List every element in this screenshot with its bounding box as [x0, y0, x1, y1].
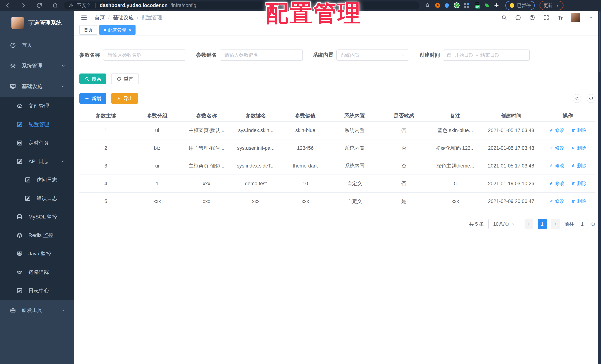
sidebar-item-api-log[interactable]: API 日志	[0, 152, 74, 171]
breadcrumb-infra[interactable]: 基础设施	[113, 14, 134, 21]
sidebar-item-file-manage[interactable]: 文件管理	[0, 97, 74, 115]
edit-link[interactable]: 修改	[549, 127, 564, 133]
table-cell: 3	[80, 157, 132, 175]
goto-page: 前往 页	[564, 219, 595, 229]
sidebar-item-java-monitor[interactable]: Java 监控	[0, 244, 74, 263]
browser-nav	[4, 2, 58, 9]
not-secure-icon	[69, 3, 74, 8]
browser-menu-icon[interactable]	[555, 3, 560, 8]
page-content: 参数名称 参数键名 系统内置 系统内置 创建时间	[74, 50, 601, 229]
extension-v-icon[interactable]: V	[454, 2, 460, 8]
sidebar-item-log-center[interactable]: 日志中心	[0, 282, 74, 300]
user-avatar[interactable]	[571, 13, 580, 22]
search-icon	[575, 96, 579, 101]
log-icon	[16, 158, 23, 165]
export-button[interactable]: 导出	[111, 93, 138, 104]
font-size-icon[interactable]	[557, 14, 563, 21]
tab-config-manage[interactable]: 配置管理 ×	[99, 25, 136, 35]
builtin-select[interactable]: 系统内置	[336, 50, 409, 61]
back-icon[interactable]	[4, 2, 11, 9]
delete-link[interactable]: 删除	[571, 198, 587, 204]
page-unit-label: 页	[591, 221, 595, 227]
github-icon[interactable]	[515, 14, 521, 21]
sidebar-item-config-manage[interactable]: 配置管理	[0, 115, 74, 134]
help-icon[interactable]	[529, 14, 535, 21]
table-cell-actions: 修改 删除	[540, 192, 595, 210]
delete-link[interactable]: 删除	[571, 127, 587, 133]
table-cell: 否	[379, 175, 428, 192]
download-icon	[116, 96, 121, 101]
page-scrollbar[interactable]	[598, 11, 601, 364]
sidebar-item-system[interactable]: 系统管理	[0, 55, 74, 76]
java-icon	[16, 250, 23, 257]
pencil-icon	[549, 146, 553, 150]
search-button[interactable]: 搜索	[80, 73, 106, 84]
search-icon[interactable]	[501, 14, 507, 21]
forward-icon[interactable]	[20, 2, 27, 9]
delete-link[interactable]: 删除	[571, 180, 587, 187]
delete-link[interactable]: 删除	[571, 162, 587, 169]
page-size-select[interactable]: 10条/页	[488, 219, 520, 229]
sidebar-item-dev-tools[interactable]: 研发工具	[0, 300, 74, 321]
edit-link[interactable]: 修改	[549, 145, 564, 151]
extension-leaf-icon[interactable]	[485, 3, 489, 7]
reload-icon[interactable]	[36, 2, 42, 9]
tab-home[interactable]: 首页	[80, 25, 97, 35]
delete-link[interactable]: 删除	[571, 145, 587, 151]
sidebar-item-home[interactable]: 首页	[0, 35, 74, 55]
extension-pin-icon[interactable]	[444, 2, 450, 8]
param-name-input[interactable]	[103, 50, 186, 61]
toggle-search-button[interactable]	[572, 94, 581, 103]
extension-on-icon[interactable]: on	[474, 2, 480, 9]
delete-label: 删除	[577, 198, 587, 204]
edit-link[interactable]: 修改	[549, 198, 564, 204]
eye-icon	[16, 269, 23, 275]
fullscreen-icon[interactable]	[543, 14, 549, 21]
extensions-puzzle-icon[interactable]	[493, 2, 500, 8]
address-bar[interactable]: 不安全 dashboard.yudao.iocoder.cn/infra/con…	[64, 1, 419, 9]
sidebar-item-redis-monitor[interactable]: Redis 监控	[0, 226, 74, 244]
edit-link[interactable]: 修改	[549, 162, 564, 169]
table-row: 1 ui 主框架页-默认... sys.index.skin... skin-b…	[80, 121, 595, 139]
close-icon[interactable]: ×	[129, 28, 131, 32]
chevron-right-icon	[553, 222, 558, 226]
delete-label: 删除	[577, 145, 587, 151]
date-range-picker[interactable]: 开始日期 - 结束日期	[443, 50, 530, 61]
chevron-down-icon	[401, 53, 405, 57]
extension-grid-icon[interactable]	[464, 3, 469, 8]
chevron-up-icon	[61, 159, 66, 164]
table-cell: 自定义	[330, 175, 379, 192]
add-button[interactable]: 新增	[80, 93, 106, 104]
sidebar-item-error-log[interactable]: 错误日志	[0, 189, 74, 208]
tab-label: 首页	[84, 27, 93, 33]
prev-page-button[interactable]	[525, 219, 533, 229]
param-key-input[interactable]	[220, 50, 303, 61]
sidebar-fold-icon[interactable]	[80, 14, 88, 21]
sidebar-item-mysql-monitor[interactable]: MySQL 监控	[0, 208, 74, 226]
breadcrumb-home[interactable]: 首页	[95, 14, 105, 21]
chevron-down-icon	[511, 222, 515, 226]
cloud-upload-icon	[16, 103, 23, 109]
current-page-button[interactable]: 1	[538, 219, 547, 229]
sidebar-item-infra[interactable]: 基础设施	[0, 76, 74, 97]
refresh-table-button[interactable]	[587, 94, 595, 103]
date-separator: -	[476, 52, 478, 58]
browser-update-button[interactable]: 更新	[540, 1, 563, 10]
reset-button[interactable]: 重置	[111, 73, 139, 84]
home-icon[interactable]	[52, 2, 58, 9]
sidebar-logo[interactable]: 芋道管理系统	[0, 11, 74, 35]
caret-down-icon[interactable]	[588, 14, 594, 21]
scrollbar-thumb[interactable]	[599, 11, 601, 72]
sidebar-item-scheduled-jobs[interactable]: 定时任务	[0, 134, 74, 152]
edit-link[interactable]: 修改	[549, 180, 564, 187]
sidebar-item-tracing[interactable]: 链路追踪	[0, 263, 74, 282]
sidebar-item-access-log[interactable]: 访问日志	[0, 171, 74, 189]
breadcrumb-current: 配置管理	[142, 14, 162, 21]
profile-paused-chip[interactable]: 已暂停	[505, 1, 535, 10]
trash-icon	[571, 146, 576, 150]
bookmark-star-icon[interactable]	[424, 2, 431, 8]
logo-avatar	[11, 17, 24, 29]
next-page-button[interactable]	[551, 219, 560, 229]
goto-page-input[interactable]	[577, 219, 588, 229]
extension-orange-icon[interactable]	[435, 3, 440, 8]
